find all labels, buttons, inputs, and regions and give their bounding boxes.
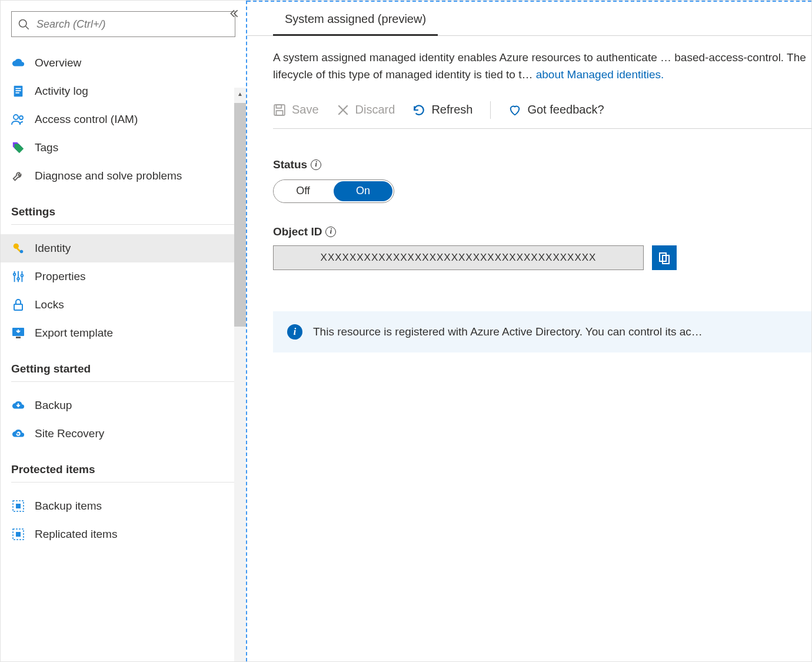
chevron-double-left-icon bbox=[229, 8, 239, 19]
sidebar-item-label: Replicated items bbox=[35, 528, 117, 541]
collapse-sidebar-button[interactable] bbox=[227, 6, 241, 21]
identity-description: A system assigned managed identity enabl… bbox=[273, 49, 811, 84]
sidebar-item-replicated-items[interactable]: Replicated items bbox=[1, 520, 246, 548]
sidebar-item-label: Diagnose and solve problems bbox=[35, 169, 182, 182]
svg-rect-17 bbox=[14, 304, 22, 310]
search-input[interactable] bbox=[11, 11, 235, 37]
svg-point-7 bbox=[19, 116, 23, 119]
toolbar-divider bbox=[490, 101, 491, 119]
svg-point-8 bbox=[14, 244, 19, 249]
sidebar-item-backup-items[interactable]: Backup items bbox=[1, 492, 246, 520]
sidebar-item-label: Access control (IAM) bbox=[35, 113, 138, 126]
feedback-button[interactable]: Got feedback? bbox=[508, 103, 604, 117]
sidebar-item-properties[interactable]: Properties bbox=[1, 262, 246, 291]
sidebar-item-site-recovery[interactable]: Site Recovery bbox=[1, 420, 246, 448]
status-off-option[interactable]: Off bbox=[274, 180, 332, 202]
cloud-icon bbox=[11, 56, 25, 70]
sidebar-item-locks[interactable]: Locks bbox=[1, 291, 246, 319]
sidebar-item-label: Activity log bbox=[35, 85, 88, 98]
search-icon bbox=[18, 18, 29, 30]
toolbar: Save Discard Refresh Got feedback? bbox=[273, 101, 811, 129]
svg-rect-23 bbox=[16, 532, 21, 537]
svg-rect-3 bbox=[15, 88, 21, 89]
svg-point-10 bbox=[20, 250, 24, 254]
status-field: Status i Off On bbox=[273, 158, 811, 203]
sidebar: Overview Activity log Access control (IA… bbox=[1, 1, 247, 661]
sidebar-item-export-template[interactable]: Export template bbox=[1, 319, 246, 347]
sidebar-item-backup[interactable]: Backup bbox=[1, 391, 246, 420]
sidebar-item-diagnose[interactable]: Diagnose and solve problems bbox=[1, 162, 246, 190]
sidebar-item-label: Identity bbox=[35, 242, 71, 255]
copy-icon bbox=[658, 251, 671, 264]
sliders-icon bbox=[11, 270, 25, 284]
status-label: Status bbox=[273, 158, 307, 171]
close-icon bbox=[337, 104, 350, 117]
copy-button[interactable] bbox=[652, 245, 677, 270]
save-icon bbox=[273, 104, 286, 117]
cloud-backup-icon bbox=[11, 398, 25, 412]
info-banner: i This resource is registered with Azure… bbox=[273, 311, 811, 352]
sidebar-item-label: Backup items bbox=[35, 500, 102, 513]
info-icon[interactable]: i bbox=[325, 227, 336, 237]
svg-point-14 bbox=[14, 274, 16, 276]
info-icon[interactable]: i bbox=[311, 159, 321, 170]
lock-icon bbox=[11, 298, 25, 312]
refresh-icon bbox=[412, 104, 425, 117]
replicated-items-icon bbox=[11, 527, 25, 541]
svg-line-1 bbox=[26, 26, 29, 29]
svg-rect-25 bbox=[277, 105, 282, 108]
svg-rect-5 bbox=[15, 92, 19, 94]
backup-items-icon bbox=[11, 499, 25, 513]
heart-icon bbox=[508, 104, 521, 117]
export-icon bbox=[11, 326, 25, 340]
nav-top: Overview Activity log Access control (IA… bbox=[1, 43, 246, 190]
status-toggle[interactable]: Off On bbox=[273, 179, 394, 203]
sidebar-item-overview[interactable]: Overview bbox=[1, 49, 246, 77]
sidebar-item-label: Backup bbox=[35, 399, 72, 412]
object-id-value[interactable]: XXXXXXXXXXXXXXXXXXXXXXXXXXXXXXXXXXXXXX bbox=[273, 245, 644, 270]
sidebar-item-identity[interactable]: Identity bbox=[1, 234, 246, 262]
search-field[interactable] bbox=[35, 18, 229, 31]
svg-rect-26 bbox=[277, 111, 283, 115]
sidebar-item-label: Locks bbox=[35, 298, 64, 311]
section-header-protected-items: Protected items bbox=[11, 448, 235, 483]
section-header-getting-started: Getting started bbox=[11, 347, 235, 382]
svg-rect-19 bbox=[16, 337, 21, 338]
sidebar-item-label: Overview bbox=[35, 56, 81, 69]
object-id-label: Object ID bbox=[273, 225, 322, 238]
tab-system-assigned[interactable]: System assigned (preview) bbox=[273, 5, 438, 36]
sidebar-item-tags[interactable]: Tags bbox=[1, 134, 246, 162]
svg-point-0 bbox=[19, 20, 27, 28]
section-header-settings: Settings bbox=[11, 190, 235, 225]
people-icon bbox=[11, 112, 25, 127]
sidebar-item-label: Tags bbox=[35, 141, 58, 154]
log-icon bbox=[11, 84, 25, 98]
refresh-button[interactable]: Refresh bbox=[412, 103, 472, 117]
sidebar-item-access-control[interactable]: Access control (IAM) bbox=[1, 105, 246, 134]
sidebar-item-label: Site Recovery bbox=[35, 427, 104, 440]
tags-icon bbox=[11, 141, 25, 155]
svg-point-15 bbox=[17, 278, 19, 280]
wrench-icon bbox=[11, 169, 25, 183]
object-id-field: Object ID i XXXXXXXXXXXXXXXXXXXXXXXXXXXX… bbox=[273, 225, 811, 270]
learn-more-link[interactable]: about Managed identities. bbox=[536, 68, 664, 81]
sidebar-item-label: Export template bbox=[35, 327, 113, 340]
main-panel: System assigned (preview) A system assig… bbox=[247, 1, 811, 661]
discard-button[interactable]: Discard bbox=[337, 103, 395, 117]
sidebar-scrollbar[interactable]: ▲ bbox=[234, 88, 246, 661]
cloud-recovery-icon bbox=[11, 427, 25, 441]
info-banner-text: This resource is registered with Azure A… bbox=[313, 325, 703, 338]
svg-point-6 bbox=[14, 115, 18, 119]
svg-rect-4 bbox=[15, 90, 21, 91]
sidebar-item-activity-log[interactable]: Activity log bbox=[1, 77, 246, 105]
status-on-option[interactable]: On bbox=[334, 181, 392, 201]
save-button[interactable]: Save bbox=[273, 103, 319, 117]
svg-point-16 bbox=[21, 274, 24, 277]
tabs-bar: System assigned (preview) bbox=[247, 5, 811, 36]
sidebar-item-label: Properties bbox=[35, 270, 86, 283]
svg-rect-21 bbox=[16, 504, 21, 508]
info-badge-icon: i bbox=[287, 324, 302, 340]
key-icon bbox=[11, 241, 25, 255]
